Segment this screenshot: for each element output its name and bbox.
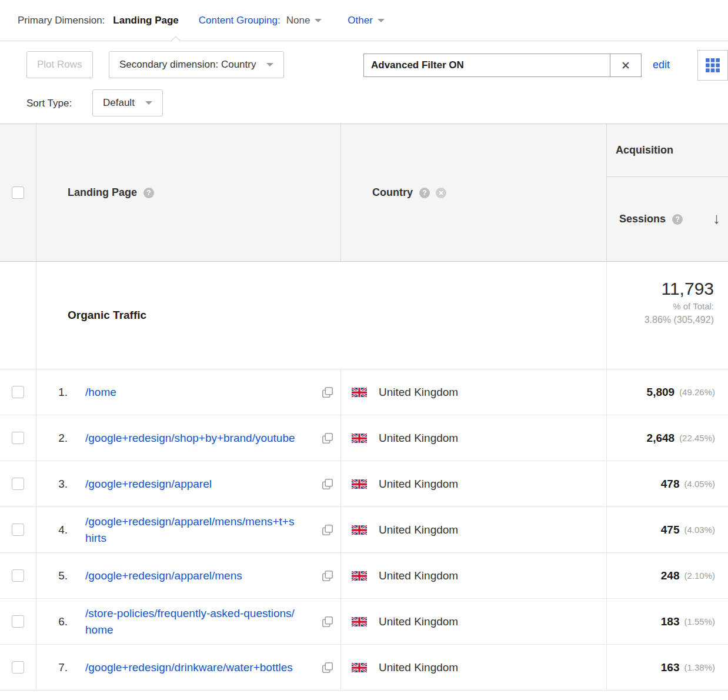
row-index: 2. — [56, 432, 68, 445]
sessions-value: 478 — [661, 478, 680, 491]
landing-page-link[interactable]: /google+redesign/apparel/mens/mens+t+shi… — [85, 514, 297, 546]
country-name: United Kingdom — [379, 432, 458, 445]
landing-page-cell: 2. /google+redesign/shop+by+brand/youtub… — [36, 415, 341, 461]
select-all-checkbox[interactable] — [12, 186, 24, 199]
help-icon[interactable]: ? — [672, 214, 683, 225]
uk-flag-icon — [352, 434, 367, 443]
landing-page-link[interactable]: /google+redesign/drinkware/water+bottles — [85, 659, 297, 676]
open-in-new-icon[interactable] — [322, 432, 333, 444]
landing-page-column-header: Landing Page ? — [36, 124, 341, 261]
uk-flag-icon — [352, 617, 367, 626]
table-row: 3. /google+redesign/apparel United Kingd… — [0, 461, 728, 507]
sessions-value: 5,809 — [647, 386, 675, 399]
table-row: 6. /store-policies/frequently-asked-ques… — [0, 599, 728, 645]
row-checkbox[interactable] — [12, 661, 24, 674]
row-checkbox[interactable] — [12, 569, 24, 582]
sessions-value: 248 — [661, 569, 680, 582]
sessions-value: 475 — [661, 524, 680, 536]
sort-descending-icon[interactable]: ↓ — [713, 209, 720, 227]
content-grouping-value[interactable]: None — [286, 15, 310, 26]
advanced-filter-group: Advanced Filter ON ✕ — [363, 54, 642, 77]
row-checkbox[interactable] — [12, 524, 24, 536]
row-checkbox-cell — [0, 461, 36, 506]
sessions-header-label: Sessions — [619, 213, 666, 225]
table-header: Landing Page ? Country ? ✕ Acquisition S… — [0, 124, 728, 262]
sessions-share: (4.03%) — [684, 525, 715, 535]
landing-page-link[interactable]: /google+redesign/apparel — [85, 476, 297, 492]
country-cell: United Kingdom — [341, 553, 607, 598]
segment-name: Organic Traffic — [36, 262, 607, 369]
sessions-share: (1.55%) — [684, 616, 715, 626]
help-icon[interactable]: ? — [143, 188, 154, 198]
row-checkbox[interactable] — [12, 615, 24, 628]
landing-page-link[interactable]: /google+redesign/apparel/mens — [85, 568, 297, 584]
primary-dimension-bar: Primary Dimension: Landing Page Content … — [0, 0, 728, 41]
summary-row: Organic Traffic 11,793 % of Total: 3.86%… — [0, 262, 728, 369]
close-icon: ✕ — [621, 59, 630, 72]
open-in-new-icon[interactable] — [322, 570, 333, 582]
row-checkbox[interactable] — [12, 432, 24, 444]
sessions-cell: 163 (1.38%) — [607, 645, 728, 690]
content-grouping-link[interactable]: Content Grouping: — [199, 15, 280, 26]
sessions-cell: 248 (2.10%) — [607, 553, 728, 598]
open-in-new-icon[interactable] — [322, 386, 333, 398]
row-index: 4. — [56, 524, 68, 536]
open-in-new-icon[interactable] — [322, 478, 333, 490]
plot-rows-label: Plot Rows — [37, 59, 82, 71]
country-cell: United Kingdom — [341, 507, 607, 552]
edit-filter-link[interactable]: edit — [653, 59, 670, 71]
uk-flag-icon — [352, 479, 367, 489]
row-checkbox-cell — [0, 553, 36, 598]
table-row: 4. /google+redesign/apparel/mens/mens+t+… — [0, 507, 728, 553]
row-checkbox-cell — [0, 645, 36, 690]
chevron-down-icon — [378, 19, 385, 22]
secondary-dimension-button[interactable]: Secondary dimension: Country — [109, 51, 284, 78]
row-index: 1. — [56, 386, 68, 399]
summary-checkbox-cell — [0, 262, 36, 369]
clear-filter-button[interactable]: ✕ — [610, 54, 642, 77]
percent-of-total-label: % of Total: — [607, 299, 714, 313]
tab-landing-page[interactable]: Landing Page — [113, 15, 178, 26]
chevron-down-icon — [266, 63, 273, 66]
header-checkbox-cell — [0, 124, 36, 261]
landing-page-link[interactable]: /home — [85, 384, 297, 401]
row-index: 5. — [56, 569, 68, 582]
table-view-button[interactable] — [697, 50, 728, 81]
summary-sessions-cell: 11,793 % of Total: 3.86% (305,492) — [607, 262, 728, 369]
sort-type-dropdown[interactable]: Default — [92, 89, 163, 116]
sessions-share: (4.05%) — [684, 479, 715, 489]
landing-page-link[interactable]: /google+redesign/shop+by+brand/youtube — [85, 430, 297, 446]
row-checkbox[interactable] — [12, 386, 24, 398]
plot-rows-button[interactable]: Plot Rows — [26, 51, 93, 78]
acquisition-group-header: Acquisition — [607, 124, 728, 177]
sessions-total: 11,793 — [607, 278, 714, 299]
acquisition-header-group: Acquisition Sessions ? ↓ — [607, 124, 728, 261]
other-dimensions-link[interactable]: Other — [348, 15, 373, 26]
table-row: 5. /google+redesign/apparel/mens United … — [0, 553, 728, 599]
uk-flag-icon — [352, 388, 367, 397]
open-in-new-icon[interactable] — [322, 524, 333, 536]
country-name: United Kingdom — [379, 524, 458, 536]
sort-type-value: Default — [103, 97, 135, 109]
open-in-new-icon[interactable] — [322, 662, 333, 674]
sessions-cell: 478 (4.05%) — [607, 461, 728, 506]
country-cell: United Kingdom — [341, 461, 607, 506]
advanced-filter-chip[interactable]: Advanced Filter ON — [363, 54, 610, 77]
remove-secondary-dimension-icon[interactable]: ✕ — [436, 188, 446, 198]
sessions-share: (49.26%) — [679, 387, 715, 397]
country-header-label: Country — [372, 186, 413, 199]
open-in-new-icon[interactable] — [322, 616, 333, 628]
country-column-header: Country ? ✕ — [341, 124, 607, 261]
sessions-column-header[interactable]: Sessions ? ↓ — [607, 177, 728, 261]
advanced-filter-label: Advanced Filter ON — [371, 59, 464, 71]
landing-page-link[interactable]: /store-policies/frequently-asked-questio… — [85, 605, 297, 638]
sessions-value: 183 — [661, 615, 680, 628]
help-icon[interactable]: ? — [419, 188, 430, 198]
landing-page-cell: 3. /google+redesign/apparel — [36, 461, 341, 506]
landing-page-cell: 7. /google+redesign/drinkware/water+bott… — [36, 645, 341, 690]
country-name: United Kingdom — [379, 661, 458, 674]
sessions-cell: 183 (1.55%) — [607, 599, 728, 644]
report-toolbar: Plot Rows Secondary dimension: Country A… — [0, 41, 728, 124]
row-checkbox[interactable] — [12, 478, 24, 490]
table-row: 7. /google+redesign/drinkware/water+bott… — [0, 645, 728, 691]
